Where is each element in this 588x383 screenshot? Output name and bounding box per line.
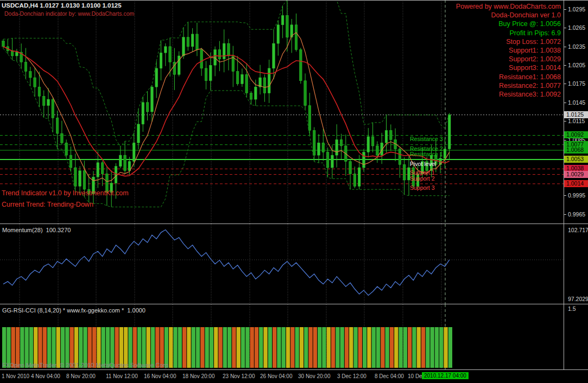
gg-bar [282, 327, 286, 368]
candle-body [300, 50, 302, 81]
gg-bar [394, 327, 398, 368]
scale-tick-mark [564, 195, 566, 196]
candle-body [331, 155, 334, 168]
candle-body [358, 168, 361, 186]
time-label: 18 Nov 20:00 [182, 373, 215, 379]
gg-bar [187, 327, 191, 368]
time-label: 3 Dec 12:00 [337, 373, 366, 379]
donchian-lower-line [3, 48, 450, 207]
candle-body [255, 87, 257, 99]
candle-body [155, 68, 158, 87]
gg-rsi-cci-canvas[interactable] [0, 304, 564, 369]
overlay-info-line: Stop Loss: 1.0072 [456, 37, 561, 46]
candle-body [308, 106, 311, 131]
gg-bar [399, 327, 402, 368]
candle-body [218, 50, 221, 59]
gg-bar [268, 327, 272, 368]
panel-separator [0, 224, 588, 224]
price-scale[interactable]: 1.02951.02651.02351.02051.01751.01451.01… [564, 0, 588, 370]
scale-tick-mark [564, 65, 566, 66]
candle-body [340, 140, 343, 146]
gg-bar [372, 327, 376, 368]
resistance-label: Resistance 1 [410, 151, 443, 157]
candle-body [16, 52, 18, 56]
gg-bar [313, 327, 317, 368]
gg-rsi-cci-panel[interactable]: GG-RSI-CCI (8,14,20) * www.fx-ggekko.com… [0, 304, 564, 369]
candle-body [214, 50, 217, 66]
time-label: 1 Nov 2010 [2, 373, 29, 379]
gg-bar [286, 327, 290, 368]
scale-tick-mark [564, 47, 566, 47]
candle-body [124, 155, 127, 171]
candle-body [448, 115, 451, 149]
gg-scale-label: 1.5 [568, 305, 576, 312]
candle-body [79, 171, 81, 187]
candle-body [227, 43, 230, 56]
candle-body [142, 103, 144, 124]
price-tick-label: 1.0235 [568, 43, 585, 50]
candle-body [132, 143, 135, 161]
overlay-info-line: Support1: 1.0038 [456, 46, 561, 55]
trend-indicator-block: Trend Indicator v1.0 by InvestmentKit.co… [2, 188, 129, 210]
candle-body [273, 43, 275, 68]
gg-bar [322, 327, 326, 368]
candle-body [399, 149, 401, 165]
time-label: 8 Dec 04:00 [375, 373, 404, 379]
gg-title: GG-RSI-CCI (8,14,20) * www.fx-ggekko.com… [2, 307, 146, 314]
price-tick-label: 1.0175 [568, 80, 585, 87]
gg-bar [345, 327, 349, 368]
scale-separator [564, 0, 564, 370]
price-tick-label: 0.9995 [568, 192, 585, 199]
gg-bar [353, 327, 357, 368]
pivot-label: Pivot level [410, 161, 436, 167]
time-label: 4 Nov 04:00 [31, 373, 60, 379]
gg-bar [318, 327, 321, 368]
gg-bar [367, 327, 371, 368]
price-tick-label: 1.0265 [568, 24, 585, 31]
candle-body [286, 16, 289, 37]
time-label: 8 Nov 20:00 [66, 373, 96, 379]
panel-separator [0, 304, 588, 304]
momentum-canvas[interactable] [0, 224, 564, 304]
momentum-value: 100.3270 [46, 227, 71, 233]
gg-bar [444, 327, 447, 368]
main-chart-panel[interactable]: USDCAD,H4 1.0127 1.0130 1.0100 1.0125 Do… [0, 0, 564, 224]
candle-body [47, 99, 50, 105]
candle-body [200, 50, 203, 68]
candle-body [11, 51, 14, 56]
gg-value: 1.0000 [127, 307, 146, 314]
gg-bar [290, 327, 294, 368]
overlay-info-line: Buy Price @: 1.0056 [456, 20, 561, 28]
gg-bar [263, 327, 267, 368]
current-trend-label: Current Trend: Trending-Down [2, 199, 129, 210]
gg-bar [431, 327, 434, 368]
gg-bar [237, 327, 241, 368]
scale-tick-mark [564, 214, 566, 215]
gg-bar [223, 327, 227, 368]
price-badge: 1.0014 [564, 180, 588, 187]
price-tick-label: 1.0205 [568, 62, 585, 68]
price-badge: 1.0068 [564, 146, 588, 154]
candle-body [56, 118, 59, 133]
candle-body [52, 99, 54, 118]
candle-body [165, 47, 167, 53]
candle-body [390, 130, 393, 139]
price-badge: 1.0125 [564, 111, 588, 118]
candle-body [210, 65, 212, 81]
time-label: 23 Nov 12:00 [223, 373, 255, 379]
candle-body [182, 37, 185, 56]
gg-bar [304, 327, 308, 368]
gg-bar [218, 327, 222, 368]
candle-body [2, 41, 5, 47]
gg-bar [340, 327, 344, 368]
gg-bar [182, 327, 186, 368]
overlay-info-line: Doda-Donchian ver 1.0 [456, 11, 561, 20]
gg-bar [255, 327, 258, 368]
overlay-info-line: Support2: 1.0029 [456, 55, 561, 63]
time-axis[interactable]: 1 Nov 20104 Nov 04:008 Nov 20:0011 Nov 1… [0, 370, 588, 383]
time-label: 30 Nov 20:00 [298, 373, 331, 379]
overlay-info-line: Powered by www.DodaCharts.com [456, 2, 561, 11]
scale-tick-mark [564, 103, 566, 103]
momentum-panel[interactable]: Momentum(28)100.3270 [0, 224, 564, 304]
candle-body [69, 155, 72, 168]
